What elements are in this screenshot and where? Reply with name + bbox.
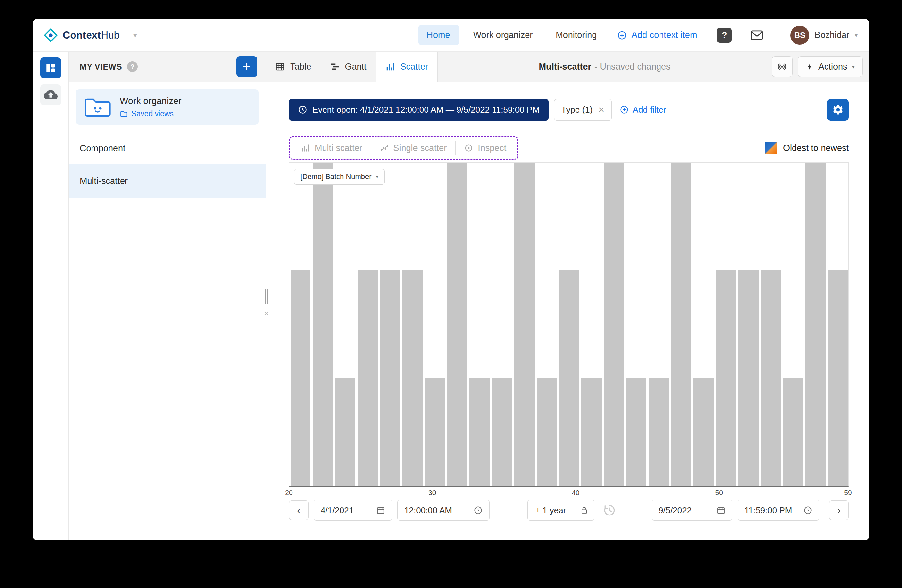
step-forward-button[interactable]: ›	[829, 500, 849, 520]
chevron-down-icon: ▾	[855, 32, 858, 39]
start-date-input[interactable]: 4/1/2021	[314, 500, 392, 521]
settings-button[interactable]	[827, 99, 849, 120]
work-organizer-card[interactable]: Work organizer Saved views	[76, 89, 258, 125]
histogram-bar[interactable]	[716, 271, 736, 486]
chevron-down-icon[interactable]: ▾	[133, 31, 136, 39]
x-axis-tick-label: 50	[715, 489, 723, 497]
scatter-plot-area[interactable]	[289, 163, 849, 486]
histogram-bar[interactable]	[694, 378, 714, 486]
x-axis-tick-label: 59	[844, 489, 852, 497]
histogram-bar[interactable]	[805, 163, 825, 486]
my-views-help-icon[interactable]: ?	[127, 61, 138, 72]
start-time-input[interactable]: 12:00:00 AM	[398, 500, 490, 521]
sidebar-header: MY VIEWS ? +	[69, 52, 266, 82]
app-body: MY VIEWS ? + Work organizer	[33, 52, 869, 540]
histogram-bar[interactable]	[335, 378, 355, 486]
step-back-button[interactable]: ‹	[289, 500, 308, 520]
user-menu[interactable]: BS Bozhidar ▾	[790, 26, 858, 45]
x-axis-tick-label: 20	[285, 489, 293, 497]
plus-circle-icon	[617, 30, 627, 40]
tab-scatter[interactable]: Scatter	[376, 52, 438, 82]
x-axis-tick-label: 30	[428, 489, 436, 497]
mail-icon[interactable]	[750, 28, 764, 42]
histogram-bar[interactable]	[604, 163, 624, 486]
splitter-close-icon[interactable]: ×	[264, 309, 269, 317]
main-header: Table Gantt	[266, 52, 869, 82]
gradient-legend-swatch[interactable]	[765, 142, 777, 154]
histogram-bar[interactable]	[783, 378, 803, 486]
broadcast-button[interactable]	[772, 56, 792, 77]
add-filter-button[interactable]: Add filter	[620, 105, 666, 115]
clock-icon[interactable]	[803, 506, 813, 515]
saved-views-link[interactable]: Saved views	[120, 109, 182, 118]
tab-gantt[interactable]: Gantt	[321, 52, 376, 82]
end-time-input[interactable]: 11:59:00 PM	[738, 500, 819, 521]
chevron-down-icon: ▾	[376, 174, 379, 179]
sort-order[interactable]: Oldest to newest	[765, 142, 849, 154]
brand-name: ContextHub	[63, 30, 120, 41]
history-icon[interactable]	[602, 503, 617, 518]
histogram-bar[interactable]	[828, 271, 848, 486]
cloud-upload-button[interactable]	[40, 84, 61, 105]
histogram-bar[interactable]	[402, 271, 423, 486]
histogram-bar[interactable]	[671, 163, 691, 486]
view-item-multi-scatter[interactable]: Multi-scatter	[69, 164, 266, 198]
add-view-button[interactable]: +	[236, 56, 257, 77]
broadcast-icon	[777, 61, 788, 72]
lock-button[interactable]	[574, 500, 595, 521]
nav-item-monitoring[interactable]: Monitoring	[547, 25, 605, 45]
icon-rail	[33, 52, 69, 540]
folder-small-icon	[120, 110, 128, 118]
series-dropdown[interactable]: [Demo] Batch Number ▾	[294, 169, 385, 185]
actions-button[interactable]: Actions ▾	[798, 56, 863, 77]
inspect-mode-button[interactable]: Inspect	[456, 137, 515, 159]
brand[interactable]: ContextHub	[43, 28, 120, 43]
histogram-bar[interactable]	[425, 378, 445, 486]
close-icon[interactable]: ×	[598, 105, 604, 115]
histogram-bar[interactable]	[559, 271, 579, 486]
histogram-bar[interactable]	[581, 378, 602, 486]
histogram-bar[interactable]	[469, 378, 490, 486]
histogram-bar[interactable]	[492, 378, 512, 486]
clock-icon[interactable]	[474, 506, 483, 515]
primary-nav: Home Work organizer Monitoring	[418, 25, 606, 45]
histogram-bar[interactable]	[514, 163, 535, 486]
range-input[interactable]: ± 1 year	[528, 500, 574, 521]
views-panel-button[interactable]	[40, 58, 61, 78]
histogram-bar[interactable]	[537, 378, 557, 486]
histogram-bar[interactable]	[313, 163, 333, 486]
x-axis-ticks: 2030405059	[289, 487, 849, 497]
user-name: Bozhidar	[814, 30, 849, 40]
help-icon[interactable]: ?	[717, 28, 732, 43]
event-open-filter-chip[interactable]: Event open: 4/1/2021 12:00:00 AM — 9/5/2…	[289, 99, 549, 120]
histogram-bar[interactable]	[738, 271, 758, 486]
inspect-icon	[464, 144, 473, 153]
view-list: Component Multi-scatter	[69, 133, 266, 198]
nav-item-work-organizer[interactable]: Work organizer	[465, 25, 542, 45]
view-item-component[interactable]: Component	[69, 133, 266, 164]
histogram-bar[interactable]	[626, 378, 647, 486]
multi-scatter-mode-button[interactable]: Multi scatter	[293, 137, 371, 159]
nav-item-home[interactable]: Home	[418, 25, 459, 45]
scatter-chart[interactable]: [Demo] Batch Number ▾ 2030405059	[289, 163, 849, 487]
histogram-bar[interactable]	[380, 271, 400, 486]
workspace-title: Work organizer	[120, 96, 182, 106]
histogram-bar[interactable]	[649, 378, 669, 486]
tab-table[interactable]: Table	[266, 52, 321, 82]
chevron-left-icon: ‹	[297, 505, 300, 516]
calendar-icon[interactable]	[376, 506, 385, 515]
histogram-bar[interactable]	[357, 271, 378, 486]
calendar-icon[interactable]	[716, 506, 725, 515]
single-scatter-mode-button[interactable]: Single scatter	[371, 137, 456, 159]
table-icon	[275, 62, 285, 72]
histogram-bar[interactable]	[291, 271, 311, 486]
panel-splitter[interactable]: ×	[262, 289, 271, 317]
plus-circle-icon	[620, 105, 629, 114]
end-date-input[interactable]: 9/5/2022	[651, 500, 732, 521]
add-context-item-button[interactable]: Add context item	[617, 30, 697, 40]
type-filter-chip[interactable]: Type (1) ×	[554, 99, 612, 120]
avatar[interactable]: BS	[790, 26, 809, 45]
splitter-grip-icon[interactable]	[265, 289, 268, 304]
histogram-bar[interactable]	[761, 271, 781, 486]
histogram-bar[interactable]	[447, 163, 467, 486]
